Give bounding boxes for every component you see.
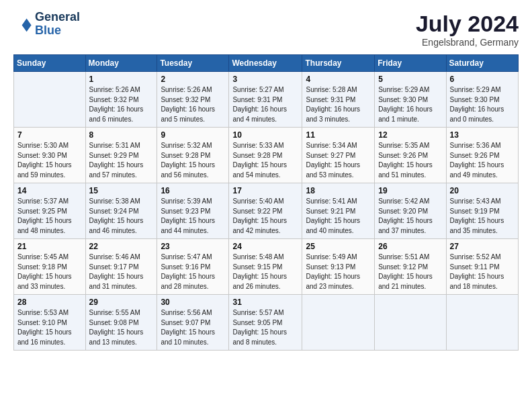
calendar-cell: 7Sunrise: 5:30 AMSunset: 9:30 PMDaylight… bbox=[14, 128, 86, 183]
calendar-cell: 27Sunrise: 5:52 AMSunset: 9:11 PMDayligh… bbox=[446, 239, 518, 295]
calendar-cell: 4Sunrise: 5:28 AMSunset: 9:31 PMDaylight… bbox=[302, 72, 375, 128]
day-number: 27 bbox=[450, 242, 515, 251]
day-number: 24 bbox=[232, 242, 298, 251]
calendar-week-row: 14Sunrise: 5:37 AMSunset: 9:25 PMDayligh… bbox=[14, 183, 519, 239]
calendar-cell: 24Sunrise: 5:48 AMSunset: 9:15 PMDayligh… bbox=[229, 239, 302, 295]
calendar-cell: 2Sunrise: 5:26 AMSunset: 9:32 PMDaylight… bbox=[157, 72, 229, 128]
calendar-cell: 10Sunrise: 5:33 AMSunset: 9:28 PMDayligh… bbox=[229, 128, 302, 183]
day-info: Sunrise: 5:45 AMSunset: 9:18 PMDaylight:… bbox=[17, 253, 82, 291]
day-info: Sunrise: 5:34 AMSunset: 9:27 PMDaylight:… bbox=[306, 141, 371, 180]
day-info: Sunrise: 5:40 AMSunset: 9:22 PMDaylight:… bbox=[232, 197, 298, 236]
day-info: Sunrise: 5:31 AMSunset: 9:29 PMDaylight:… bbox=[89, 141, 154, 180]
day-info: Sunrise: 5:29 AMSunset: 9:30 PMDaylight:… bbox=[450, 85, 515, 124]
day-number: 26 bbox=[378, 242, 442, 251]
calendar-cell: 3Sunrise: 5:27 AMSunset: 9:31 PMDaylight… bbox=[229, 72, 302, 128]
day-info: Sunrise: 5:46 AMSunset: 9:17 PMDaylight:… bbox=[89, 253, 154, 291]
calendar-week-row: 7Sunrise: 5:30 AMSunset: 9:30 PMDaylight… bbox=[14, 128, 519, 183]
calendar-cell: 5Sunrise: 5:29 AMSunset: 9:30 PMDaylight… bbox=[375, 72, 446, 128]
day-number: 4 bbox=[306, 75, 371, 84]
calendar-week-row: 1Sunrise: 5:26 AMSunset: 9:32 PMDaylight… bbox=[14, 72, 519, 128]
day-info: Sunrise: 5:26 AMSunset: 9:32 PMDaylight:… bbox=[89, 85, 154, 124]
calendar-cell bbox=[446, 295, 518, 351]
calendar-cell bbox=[375, 295, 446, 351]
logo-icon bbox=[13, 15, 32, 34]
day-header-saturday: Saturday bbox=[446, 55, 518, 72]
day-header-monday: Monday bbox=[85, 55, 157, 72]
calendar-cell: 9Sunrise: 5:32 AMSunset: 9:28 PMDaylight… bbox=[157, 128, 229, 183]
day-number: 16 bbox=[161, 186, 225, 195]
day-info: Sunrise: 5:47 AMSunset: 9:16 PMDaylight:… bbox=[161, 253, 225, 291]
title-block: July 2024 Engelsbrand, Germany bbox=[416, 11, 519, 48]
day-info: Sunrise: 5:39 AMSunset: 9:23 PMDaylight:… bbox=[161, 197, 225, 236]
day-number: 25 bbox=[306, 242, 371, 251]
page: General Blue July 2024 Engelsbrand, Germ… bbox=[0, 0, 532, 357]
day-number: 14 bbox=[17, 186, 82, 195]
calendar-cell: 13Sunrise: 5:36 AMSunset: 9:26 PMDayligh… bbox=[446, 128, 518, 183]
day-number: 18 bbox=[306, 186, 371, 195]
calendar-cell: 1Sunrise: 5:26 AMSunset: 9:32 PMDaylight… bbox=[85, 72, 157, 128]
day-number: 28 bbox=[17, 298, 82, 307]
day-info: Sunrise: 5:57 AMSunset: 9:05 PMDaylight:… bbox=[232, 308, 298, 347]
day-info: Sunrise: 5:53 AMSunset: 9:10 PMDaylight:… bbox=[17, 308, 82, 347]
calendar-cell bbox=[302, 295, 375, 351]
day-number: 8 bbox=[89, 130, 154, 140]
calendar-cell: 12Sunrise: 5:35 AMSunset: 9:26 PMDayligh… bbox=[375, 128, 446, 183]
day-info: Sunrise: 5:43 AMSunset: 9:19 PMDaylight:… bbox=[450, 197, 515, 236]
month-year: July 2024 bbox=[416, 11, 519, 37]
header: General Blue July 2024 Engelsbrand, Germ… bbox=[13, 11, 519, 48]
calendar-week-row: 28Sunrise: 5:53 AMSunset: 9:10 PMDayligh… bbox=[14, 295, 519, 351]
day-info: Sunrise: 5:42 AMSunset: 9:20 PMDaylight:… bbox=[378, 197, 442, 236]
day-number: 10 bbox=[232, 130, 298, 140]
day-number: 17 bbox=[232, 186, 298, 195]
day-header-thursday: Thursday bbox=[302, 55, 375, 72]
calendar-header-row: SundayMondayTuesdayWednesdayThursdayFrid… bbox=[14, 55, 519, 72]
calendar-cell: 21Sunrise: 5:45 AMSunset: 9:18 PMDayligh… bbox=[14, 239, 86, 295]
day-number: 1 bbox=[89, 75, 154, 84]
calendar-cell: 31Sunrise: 5:57 AMSunset: 9:05 PMDayligh… bbox=[229, 295, 302, 351]
calendar-cell: 22Sunrise: 5:46 AMSunset: 9:17 PMDayligh… bbox=[85, 239, 157, 295]
calendar-cell: 29Sunrise: 5:55 AMSunset: 9:08 PMDayligh… bbox=[85, 295, 157, 351]
day-header-friday: Friday bbox=[375, 55, 446, 72]
day-info: Sunrise: 5:51 AMSunset: 9:12 PMDaylight:… bbox=[378, 253, 442, 291]
day-number: 6 bbox=[450, 75, 515, 84]
day-number: 15 bbox=[89, 186, 154, 195]
svg-marker-0 bbox=[22, 18, 32, 32]
day-info: Sunrise: 5:49 AMSunset: 9:13 PMDaylight:… bbox=[306, 253, 371, 291]
day-header-tuesday: Tuesday bbox=[157, 55, 229, 72]
day-number: 11 bbox=[306, 130, 371, 140]
calendar-table: SundayMondayTuesdayWednesdayThursdayFrid… bbox=[13, 54, 519, 351]
day-info: Sunrise: 5:37 AMSunset: 9:25 PMDaylight:… bbox=[17, 197, 82, 236]
logo: General Blue bbox=[13, 11, 80, 38]
day-number: 22 bbox=[89, 242, 154, 251]
day-info: Sunrise: 5:38 AMSunset: 9:24 PMDaylight:… bbox=[89, 197, 154, 236]
calendar-cell: 16Sunrise: 5:39 AMSunset: 9:23 PMDayligh… bbox=[157, 183, 229, 239]
day-number: 19 bbox=[378, 186, 442, 195]
location: Engelsbrand, Germany bbox=[416, 37, 519, 48]
calendar-cell: 26Sunrise: 5:51 AMSunset: 9:12 PMDayligh… bbox=[375, 239, 446, 295]
day-info: Sunrise: 5:29 AMSunset: 9:30 PMDaylight:… bbox=[378, 85, 442, 124]
day-number: 30 bbox=[161, 298, 225, 307]
calendar-cell: 23Sunrise: 5:47 AMSunset: 9:16 PMDayligh… bbox=[157, 239, 229, 295]
day-number: 29 bbox=[89, 298, 154, 307]
day-info: Sunrise: 5:41 AMSunset: 9:21 PMDaylight:… bbox=[306, 197, 371, 236]
day-number: 9 bbox=[161, 130, 225, 140]
day-number: 23 bbox=[161, 242, 225, 251]
calendar-cell: 28Sunrise: 5:53 AMSunset: 9:10 PMDayligh… bbox=[14, 295, 86, 351]
calendar-cell: 20Sunrise: 5:43 AMSunset: 9:19 PMDayligh… bbox=[446, 183, 518, 239]
day-number: 5 bbox=[378, 75, 442, 84]
day-info: Sunrise: 5:26 AMSunset: 9:32 PMDaylight:… bbox=[161, 85, 225, 124]
calendar-cell: 18Sunrise: 5:41 AMSunset: 9:21 PMDayligh… bbox=[302, 183, 375, 239]
day-header-wednesday: Wednesday bbox=[229, 55, 302, 72]
calendar-cell bbox=[14, 72, 86, 128]
calendar-cell: 8Sunrise: 5:31 AMSunset: 9:29 PMDaylight… bbox=[85, 128, 157, 183]
calendar-cell: 19Sunrise: 5:42 AMSunset: 9:20 PMDayligh… bbox=[375, 183, 446, 239]
day-info: Sunrise: 5:48 AMSunset: 9:15 PMDaylight:… bbox=[232, 253, 298, 291]
day-info: Sunrise: 5:36 AMSunset: 9:26 PMDaylight:… bbox=[450, 141, 515, 180]
day-number: 7 bbox=[17, 130, 82, 140]
calendar-week-row: 21Sunrise: 5:45 AMSunset: 9:18 PMDayligh… bbox=[14, 239, 519, 295]
day-number: 12 bbox=[378, 130, 442, 140]
day-header-sunday: Sunday bbox=[14, 55, 86, 72]
day-info: Sunrise: 5:27 AMSunset: 9:31 PMDaylight:… bbox=[232, 85, 298, 124]
calendar-cell: 15Sunrise: 5:38 AMSunset: 9:24 PMDayligh… bbox=[85, 183, 157, 239]
day-number: 13 bbox=[450, 130, 515, 140]
